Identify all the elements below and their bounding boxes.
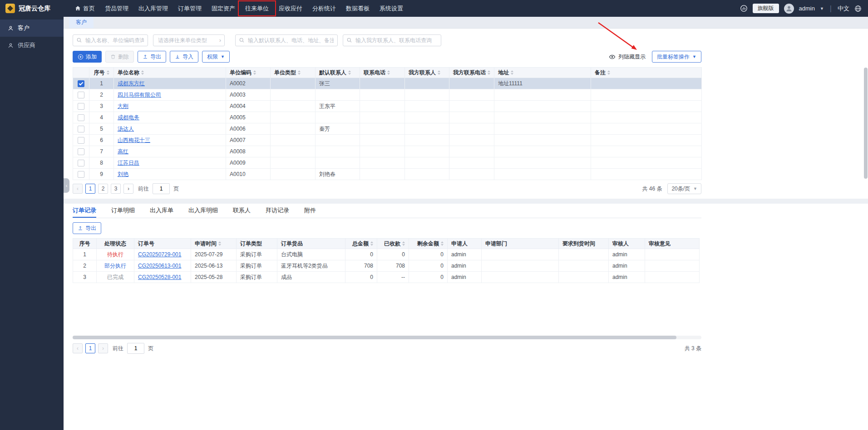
column-visibility-toggle[interactable]: 列隐藏显示 — [609, 53, 646, 61]
tab-customers[interactable]: 客户 — [69, 17, 94, 28]
detail-tab-6[interactable]: 附件 — [304, 204, 316, 218]
analytics-icon[interactable] — [740, 5, 748, 12]
row-checkbox[interactable] — [78, 114, 84, 121]
customer-name-link[interactable]: 汤达人 — [118, 126, 134, 132]
horizontal-scrollbar-thumb[interactable] — [73, 336, 676, 339]
delete-button[interactable]: 删除 — [105, 51, 134, 63]
customer-name-link[interactable]: 江苏日昌 — [118, 160, 139, 166]
unit-type-select-input[interactable] — [153, 34, 225, 46]
our-contact-search-input[interactable] — [343, 34, 441, 46]
table-row[interactable]: 6山西梅花十三A0007 — [73, 135, 702, 146]
sort-icon[interactable] — [511, 70, 513, 75]
vertical-scrollbar-thumb[interactable] — [864, 68, 868, 179]
chevron-down-icon[interactable]: ▼ — [820, 6, 824, 11]
vertical-scrollbar[interactable] — [864, 18, 868, 428]
order-link[interactable]: CG20250528-001 — [138, 274, 181, 280]
customer-name-link[interactable]: 成都电务 — [118, 114, 139, 121]
sort-icon[interactable] — [370, 241, 373, 246]
next-page-button[interactable]: › — [98, 343, 108, 353]
orders-column-header-3[interactable]: 申请时间 — [191, 239, 237, 249]
username[interactable]: admin — [799, 5, 815, 12]
customer-name-link[interactable]: 大刚 — [118, 103, 128, 109]
page-button-2[interactable]: 2 — [98, 184, 108, 194]
nav-item-0[interactable]: 首页 — [70, 0, 100, 17]
sidebar-item-1[interactable]: 供应商 — [0, 37, 64, 54]
detail-tab-5[interactable]: 拜访记录 — [266, 204, 289, 218]
detail-tab-4[interactable]: 联系人 — [233, 204, 251, 218]
column-header-3[interactable]: 单位类型 — [271, 68, 316, 78]
prev-page-button[interactable]: ‹ — [73, 184, 83, 194]
order-link[interactable]: CG20250729-001 — [138, 251, 181, 258]
page-button-1[interactable]: 1 — [85, 184, 95, 194]
table-row[interactable]: 1成都东方红A0002张三地址11111 — [73, 78, 702, 89]
table-row[interactable]: 1待执行CG20250729-0012025-07-29采购订单台式电脑000a… — [73, 249, 700, 260]
sort-icon[interactable] — [141, 70, 144, 75]
column-header-6[interactable]: 我方联系人 — [405, 68, 449, 78]
table-row[interactable]: 7高红A0008 — [73, 146, 702, 157]
table-row[interactable]: 2四川马得有限公司A0003 — [73, 89, 702, 101]
orders-column-header-7[interactable]: 已收款 — [377, 239, 409, 249]
prev-page-button[interactable]: ‹ — [73, 343, 83, 353]
row-checkbox[interactable] — [78, 137, 84, 144]
permission-button[interactable]: 权限 ▼ — [202, 51, 230, 63]
sort-icon[interactable] — [253, 70, 256, 75]
table-row[interactable]: 8江苏日昌A0009 — [73, 157, 702, 169]
row-checkbox[interactable] — [78, 92, 84, 98]
orders-column-header-8[interactable]: 剩余金额 — [409, 239, 448, 249]
customer-name-link[interactable]: 刘艳 — [118, 171, 128, 177]
sort-icon[interactable] — [218, 241, 221, 246]
nav-item-1[interactable]: 货品管理 — [100, 0, 133, 17]
add-button[interactable]: 添加 — [73, 51, 102, 63]
contact-search-input[interactable] — [235, 34, 338, 46]
customer-name-link[interactable]: 山西梅花十三 — [118, 137, 150, 143]
table-row[interactable]: 3已完成CG20250528-0012025-05-28采购订单成品0--0ad… — [73, 272, 700, 283]
customer-name-link[interactable]: 高红 — [118, 148, 128, 155]
table-row[interactable]: 3大刚A0004王东平 — [73, 101, 702, 112]
nav-item-5[interactable]: 往来单位 — [240, 0, 274, 17]
detail-tab-3[interactable]: 出入库明细 — [188, 204, 218, 218]
nav-item-8[interactable]: 数据看板 — [341, 0, 375, 17]
orders-column-header-6[interactable]: 总金额 — [345, 239, 377, 249]
sort-icon[interactable] — [387, 70, 390, 75]
page-button-1[interactable]: 1 — [85, 343, 95, 353]
column-header-9[interactable]: 备注 — [591, 68, 702, 78]
page-button-3[interactable]: 3 — [111, 184, 121, 194]
export-button[interactable]: 导出 — [138, 51, 166, 63]
sort-icon[interactable] — [348, 70, 351, 75]
sort-icon[interactable] — [402, 241, 405, 246]
row-checkbox[interactable] — [78, 148, 84, 155]
next-page-button[interactable]: › — [123, 184, 133, 194]
sort-icon[interactable] — [441, 241, 444, 246]
globe-icon[interactable] — [854, 5, 862, 12]
column-header-7[interactable]: 我方联系电话 — [449, 68, 494, 78]
batch-tag-button[interactable]: 批量标签操作 ▼ — [652, 51, 701, 63]
sidebar-collapse-handle[interactable]: ‹ — [64, 178, 69, 193]
orders-export-button[interactable]: 导出 — [73, 222, 101, 234]
table-row[interactable]: 5汤达人A0006秦芳 — [73, 123, 702, 135]
nav-item-4[interactable]: 固定资产 — [207, 0, 240, 17]
nav-item-6[interactable]: 应收应付 — [274, 0, 307, 17]
detail-tab-0[interactable]: 订单记录 — [73, 204, 96, 218]
nav-item-7[interactable]: 分析统计 — [307, 0, 341, 17]
row-checkbox[interactable] — [78, 80, 84, 87]
sort-icon[interactable] — [298, 70, 301, 75]
nav-item-3[interactable]: 订单管理 — [173, 0, 207, 17]
column-header-4[interactable]: 默认联系人 — [316, 68, 360, 78]
column-header-0[interactable]: 序号 — [89, 68, 114, 78]
page-size-select[interactable]: 20条/页▼ — [667, 183, 701, 194]
customer-name-link[interactable]: 成都东方红 — [118, 80, 145, 87]
edition-badge[interactable]: 旗舰版 — [753, 4, 779, 13]
customer-name-link[interactable]: 四川马得有限公司 — [118, 92, 161, 98]
detail-tab-2[interactable]: 出入库单 — [150, 204, 173, 218]
horizontal-scrollbar[interactable] — [73, 336, 701, 339]
table-row[interactable]: 9刘艳A0010刘艳春 — [73, 169, 702, 180]
goto-page-input[interactable] — [153, 183, 170, 194]
row-checkbox[interactable] — [78, 160, 84, 166]
nav-item-2[interactable]: 出入库管理 — [133, 0, 173, 17]
table-row[interactable]: 2部分执行CG20250613-0012025-06-13采购订单蓝牙耳机等2类… — [73, 260, 700, 272]
goto-page-input[interactable] — [127, 343, 144, 354]
sort-icon[interactable] — [607, 70, 610, 75]
row-checkbox[interactable] — [78, 171, 84, 178]
column-header-5[interactable]: 联系电话 — [360, 68, 405, 78]
column-header-8[interactable]: 地址 — [494, 68, 591, 78]
